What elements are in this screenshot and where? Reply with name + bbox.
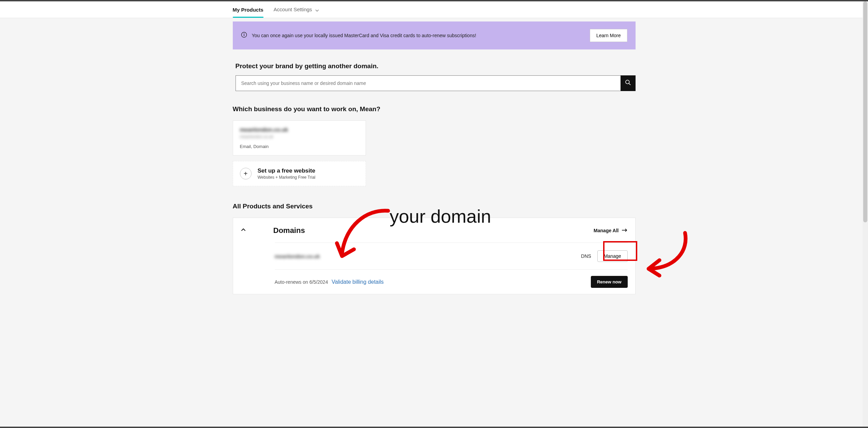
search-icon xyxy=(625,79,631,87)
chevron-up-icon[interactable] xyxy=(241,227,246,234)
business-card-subtitle: meanlondon.co.uk xyxy=(240,134,359,139)
plus-icon: + xyxy=(240,168,252,179)
domain-renewal-row: Auto-renews on 6/5/2024 Validate billing… xyxy=(275,269,628,294)
svg-line-4 xyxy=(629,84,630,85)
banner-text: You can once again use your locally issu… xyxy=(252,33,476,38)
chevron-down-icon xyxy=(315,7,319,13)
validate-billing-link[interactable]: Validate billing details xyxy=(331,279,384,285)
manage-button[interactable]: Manage xyxy=(597,250,628,262)
info-icon xyxy=(241,32,247,39)
scrollbar-thumb[interactable] xyxy=(863,1,867,222)
annotation-text: your domain xyxy=(390,206,491,227)
dns-link[interactable]: DNS xyxy=(581,253,591,259)
setup-website-card[interactable]: + Set up a free website Websites + Marke… xyxy=(233,161,366,186)
business-card[interactable]: meanlondon.co.uk meanlondon.co.uk Email,… xyxy=(233,120,366,156)
domains-panel-title: Domains xyxy=(273,226,305,235)
business-card-title: meanlondon.co.uk xyxy=(240,127,359,133)
search-heading: Protect your brand by getting another do… xyxy=(236,62,636,70)
notification-banner: You can once again use your locally issu… xyxy=(233,21,636,49)
business-card-products: Email, Domain xyxy=(240,144,359,149)
renew-now-button[interactable]: Renew now xyxy=(591,276,628,288)
search-button[interactable] xyxy=(621,75,636,91)
arrow-right-icon xyxy=(622,228,628,233)
domain-name: meanlondon.co.uk xyxy=(275,253,320,259)
manage-all-link[interactable]: Manage All xyxy=(594,228,627,233)
tab-my-products[interactable]: My Products xyxy=(233,2,264,17)
svg-rect-2 xyxy=(244,34,244,36)
domain-row: meanlondon.co.uk DNS Manage xyxy=(275,242,628,269)
top-nav-bar: My Products Account Settings xyxy=(0,1,868,18)
learn-more-button[interactable]: Learn More xyxy=(590,29,627,42)
tab-account-settings-label: Account Settings xyxy=(274,6,312,12)
annotation-arrow-right xyxy=(639,230,690,281)
setup-card-title: Set up a free website xyxy=(258,167,316,174)
setup-card-subtitle: Websites + Marketing Free Trial xyxy=(258,175,316,180)
scrollbar[interactable] xyxy=(863,1,868,427)
manage-all-label: Manage All xyxy=(594,228,618,233)
tab-account-settings[interactable]: Account Settings xyxy=(274,2,319,18)
which-business-heading: Which business do you want to work on, M… xyxy=(233,105,636,113)
auto-renew-text: Auto-renews on 6/5/2024 xyxy=(275,279,328,285)
svg-point-1 xyxy=(244,33,244,34)
domains-panel: Domains Manage All meanlondon.co.uk DNS … xyxy=(233,218,636,294)
domain-search-input[interactable] xyxy=(236,75,621,91)
